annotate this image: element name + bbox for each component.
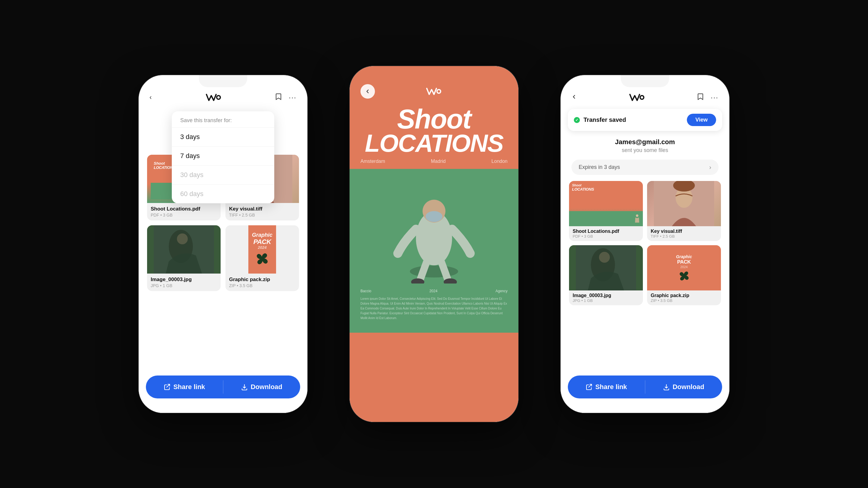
action-bar-left: Share link Download [138, 371, 307, 413]
file-meta-key-left: TIFF • 2.5 GB [229, 212, 296, 218]
file-meta-image-right: JPG • 1 GB [572, 298, 639, 303]
svg-point-15 [426, 211, 442, 222]
file-name-graphic-left: Graphic pack.zip [229, 277, 296, 283]
save-dropdown: Save this transfer for: 3 days 7 days 30… [172, 111, 274, 203]
download-label-left: Download [251, 383, 282, 391]
download-btn-left[interactable]: Download [223, 375, 301, 398]
transfer-saved-bar: ✓ Transfer saved View [568, 109, 722, 131]
notch-right [621, 75, 669, 87]
svg-point-26 [599, 252, 610, 263]
year-label: 2024 [430, 288, 438, 294]
file-card-image-right[interactable]: Image_00003.jpg JPG • 1 GB [569, 245, 643, 305]
sender-info: James@gmail.com sent you some files [561, 133, 730, 156]
logo-left [206, 93, 221, 102]
dropdown-title: Save this transfer for: [172, 111, 274, 127]
file-meta-shoot-left: PDF • 3 GB [151, 212, 217, 218]
share-link-btn-left[interactable]: Share link [146, 375, 223, 398]
expires-bar[interactable]: Expires in 3 days › [571, 160, 718, 175]
notch-center [410, 66, 458, 78]
hero-area: Shoot LOCATIONS Amsterdam Madrid London [350, 105, 518, 164]
dropdown-30days[interactable]: 30 days [172, 165, 274, 184]
back-icon[interactable]: ‹ [150, 93, 152, 101]
svg-point-10 [438, 90, 440, 93]
agency-label: Agency [495, 288, 507, 294]
files-grid-right: Shoot LOCATIONS Shoot Locations.pdf PDF … [561, 178, 730, 308]
file-name-image-right: Image_00003.jpg [572, 293, 639, 298]
dropdown-3days[interactable]: 3 days [172, 127, 274, 146]
file-card-graphic-left[interactable]: Graphic PACK 2024 [225, 225, 299, 291]
checkmark-icon: ✓ [575, 118, 578, 122]
more-icon-left[interactable]: ··· [289, 93, 297, 102]
svg-point-1 [217, 96, 220, 98]
logo-center [426, 87, 442, 95]
file-card-shoot-right[interactable]: Shoot LOCATIONS Shoot Locations.pdf PDF … [569, 181, 643, 241]
file-card-key-right[interactable]: Key visual.tiff TIFF • 2.5 GB [647, 181, 721, 241]
screen-center: Shoot LOCATIONS Amsterdam Madrid London [350, 66, 518, 422]
svg-point-20 [636, 214, 638, 217]
notch-left [199, 75, 247, 87]
file-name-graphic-right: Graphic pack.zip [651, 293, 717, 298]
city-madrid: Madrid [431, 159, 446, 164]
view-button[interactable]: View [687, 114, 716, 126]
dropdown-7days[interactable]: 7 days [172, 146, 274, 165]
transfer-saved-text: Transfer saved [584, 116, 626, 123]
center-image-area [350, 169, 518, 284]
screen-right: ··· ✓ Transfer saved View James@gmail.co… [561, 75, 730, 413]
back-btn-center[interactable] [361, 84, 375, 98]
phone-left: ‹ ··· Save this transfer for [138, 75, 307, 413]
share-link-label-left: Share link [173, 383, 205, 391]
sender-subtitle: sent you some files [571, 147, 718, 153]
logo-right [629, 93, 645, 102]
file-card-graphic-right[interactable]: Graphic PACK 2024 [647, 245, 721, 305]
svg-point-8 [177, 233, 188, 244]
share-link-btn-right[interactable]: Share link [568, 375, 645, 398]
center-bottom: Baccio 2024 Agency Lorem ipsum Dolor Sit… [350, 284, 518, 333]
header-icons-right: ··· [698, 93, 718, 102]
green-dot: ✓ [574, 117, 580, 123]
bookmark-icon-left[interactable] [276, 93, 281, 102]
file-meta-shoot-right: PDF • 3 GB [572, 234, 639, 238]
file-name-shoot-right: Shoot Locations.pdf [572, 229, 639, 234]
header-icons-left: ··· [276, 93, 297, 102]
file-meta-graphic-left: ZIP • 3.5 GB [229, 283, 296, 288]
sender-email: James@gmail.com [571, 138, 718, 146]
phone-center: Shoot LOCATIONS Amsterdam Madrid London [350, 66, 518, 422]
back-icon-right[interactable] [571, 93, 577, 101]
expires-chevron-icon: › [709, 164, 711, 171]
expires-text: Expires in 3 days [579, 164, 620, 170]
svg-point-12 [410, 265, 458, 278]
file-meta-graphic-right: ZIP • 3.5 GB [651, 298, 717, 303]
file-name-key-right: Key visual.tiff [651, 229, 717, 234]
file-card-image-left[interactable]: Image_00003.jpg JPG • 1 GB [147, 225, 221, 291]
file-meta-key-right: TIFF • 2.5 GB [651, 234, 717, 238]
bookmark-icon-right[interactable] [698, 93, 704, 102]
share-link-label-right: Share link [595, 383, 627, 391]
hero-title-line2: LOCATIONS [361, 132, 507, 155]
phone-right: ··· ✓ Transfer saved View James@gmail.co… [561, 75, 730, 413]
file-name-image-left: Image_00003.jpg [151, 277, 217, 283]
city-london: London [492, 159, 507, 164]
file-name-shoot-left: Shoot Locations.pdf [151, 206, 217, 212]
phones-container: ‹ ··· Save this transfer for [102, 33, 766, 455]
hero-title-line1: Shoot [361, 107, 507, 132]
screen-left: ‹ ··· Save this transfer for [138, 75, 307, 413]
download-label-right: Download [673, 383, 704, 391]
baccio-label: Baccio [361, 288, 371, 294]
city-amsterdam: Amsterdam [361, 159, 385, 164]
file-name-key-left: Key visual.tiff [229, 206, 296, 212]
file-meta-image-left: JPG • 1 GB [151, 283, 217, 288]
dropdown-60days[interactable]: 60 days [172, 184, 274, 203]
svg-point-19 [641, 96, 643, 98]
download-btn-right[interactable]: Download [645, 375, 722, 398]
more-icon-right[interactable]: ··· [711, 93, 718, 102]
body-text: Lorem ipsum Dolor Sit Amet, Consectetur … [361, 296, 507, 321]
action-bar-right: Share link Download [561, 371, 730, 413]
